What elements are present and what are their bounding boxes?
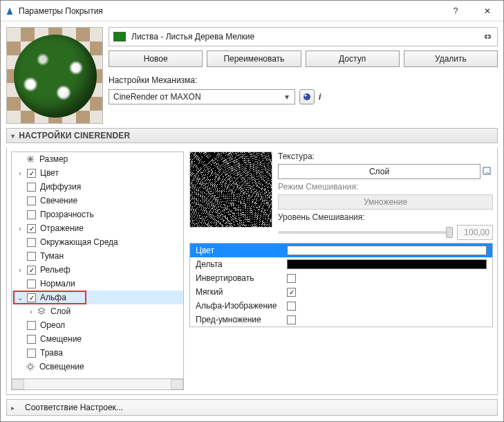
texture-menu-icon[interactable] [482, 166, 493, 177]
channel-checkbox[interactable] [27, 238, 36, 247]
tree-label: Окружающая Среда [40, 237, 118, 247]
section-header[interactable]: ▾ НАСТРОЙКИ CINERENDER [6, 128, 498, 143]
prop-name: Пред-умножение [190, 315, 287, 324]
prop-row-дельта[interactable]: Дельта [190, 257, 492, 271]
chevron-down-icon: ▾ [282, 92, 292, 102]
layers-icon [37, 306, 46, 316]
expand-toggle[interactable]: › [27, 308, 35, 315]
rp-top: Текстура: Слой Режим Смешивания: Умножен… [189, 152, 493, 240]
channel-checkbox[interactable] [27, 321, 36, 330]
material-swatch[interactable] [113, 32, 126, 42]
blend-level-label: Уровень Смешивания: [278, 212, 493, 222]
tree-row-свечение[interactable]: Свечение [12, 194, 183, 208]
tree-row-трава[interactable]: Трава [12, 346, 183, 360]
delete-button[interactable]: Удалить [404, 51, 498, 67]
blend-mode-dropdown: Умножение [278, 194, 493, 210]
close-button[interactable]: ✕ [472, 1, 503, 21]
material-name: Листва - Листья Дерева Мелкие [131, 32, 476, 42]
prop-name: Инвертировать [190, 273, 287, 283]
right-pane: Текстура: Слой Режим Смешивания: Умножен… [189, 152, 493, 390]
link-icon[interactable] [482, 31, 493, 42]
tree-label: Прозрачность [40, 210, 94, 219]
prop-checkbox[interactable] [287, 288, 296, 297]
tree-row-освещение[interactable]: Освещение [12, 360, 183, 374]
footer-bar[interactable]: ▸ Соответствие Настроек... [6, 399, 498, 416]
prop-checkbox[interactable] [287, 302, 296, 311]
blend-level-value[interactable]: 100,00 [457, 225, 493, 240]
channel-checkbox[interactable] [27, 252, 36, 261]
tree-label: Цвет [40, 168, 59, 178]
dialog-window: Параметры Покрытия ? ✕ Листва - Листья Д… [0, 0, 504, 422]
info-icon[interactable]: i [319, 92, 321, 102]
rename-button[interactable]: Переименовать [207, 51, 301, 67]
tree-row-альфа[interactable]: ⌄Альфа [12, 291, 183, 304]
tree-label: Свечение [40, 196, 77, 205]
tree-row-рельеф[interactable]: ›Рельеф [12, 263, 183, 277]
tree-row-отражение[interactable]: ›Отражение [12, 221, 183, 235]
top-right: Листва - Листья Дерева Мелкие Новое Пере… [109, 27, 498, 124]
slider-thumb[interactable] [446, 227, 453, 238]
tree-row-размер[interactable]: Размер [12, 152, 183, 166]
expand-icon: ▸ [11, 404, 21, 412]
tree-row-окружающая-среда[interactable]: Окружающая Среда [12, 235, 183, 249]
prop-row-альфа-изображение[interactable]: Альфа-Изображение [190, 299, 492, 313]
tree-label: Туман [40, 251, 64, 261]
access-button[interactable]: Доступ [306, 51, 400, 67]
tree-row-диффузия[interactable]: Диффузия [12, 180, 183, 194]
prop-checkbox[interactable] [287, 315, 296, 324]
channel-checkbox[interactable] [27, 224, 36, 233]
texture-value: Слой [369, 167, 389, 176]
texture-preview[interactable] [189, 152, 272, 228]
prop-value[interactable] [287, 259, 492, 269]
prop-value[interactable] [287, 302, 492, 311]
prop-value[interactable] [287, 246, 492, 255]
channel-tree[interactable]: Размер›ЦветДиффузияСвечениеПрозрачность›… [11, 152, 184, 379]
channel-checkbox[interactable] [27, 183, 36, 192]
preview-engine-button[interactable] [299, 89, 315, 104]
prop-value[interactable] [287, 288, 492, 297]
channel-checkbox[interactable] [27, 169, 36, 178]
expand-toggle[interactable]: › [16, 266, 24, 274]
color-cell[interactable] [287, 246, 487, 255]
expand-toggle[interactable]: › [16, 169, 24, 177]
prop-row-цвет[interactable]: Цвет [190, 244, 492, 257]
tree-row-туман[interactable]: Туман [12, 249, 183, 263]
color-cell[interactable] [287, 259, 487, 269]
prop-row-мягкий[interactable]: Мягкий [190, 285, 492, 299]
svg-marker-0 [7, 7, 13, 15]
tree-label: Трава [40, 348, 63, 358]
texture-dropdown[interactable]: Слой [278, 164, 480, 179]
channel-checkbox[interactable] [27, 335, 36, 344]
prop-value[interactable] [287, 274, 492, 283]
channel-checkbox[interactable] [27, 349, 36, 358]
channel-checkbox[interactable] [27, 210, 36, 219]
mechanism-combo[interactable]: CineRender от MAXON ▾ [109, 89, 295, 104]
channel-checkbox[interactable] [27, 293, 36, 302]
blend-mode-value: Умножение [364, 197, 407, 207]
tree-row-нормали[interactable]: Нормали [12, 277, 183, 291]
texture-label: Текстура: [278, 152, 493, 161]
prop-checkbox[interactable] [287, 274, 296, 283]
tree-row-цвет[interactable]: ›Цвет [12, 166, 183, 180]
tree-row-слой[interactable]: ›Слой [12, 304, 183, 318]
tree-scrollbar[interactable] [11, 379, 184, 390]
tree-row-смещение[interactable]: Смещение [12, 332, 183, 346]
channel-checkbox[interactable] [27, 196, 36, 205]
tree-label: Отражение [40, 223, 84, 233]
expand-toggle[interactable]: › [16, 225, 24, 232]
tree-row-прозрачность[interactable]: Прозрачность [12, 208, 183, 221]
blend-level-row: 100,00 [278, 225, 493, 240]
material-preview[interactable] [6, 27, 103, 124]
tree-row-ореол[interactable]: Ореол [12, 318, 183, 332]
prop-row-инвертировать[interactable]: Инвертировать [190, 271, 492, 285]
expand-toggle[interactable]: ⌄ [16, 294, 24, 302]
prop-value[interactable] [287, 315, 492, 324]
tree-wrap: Размер›ЦветДиффузияСвечениеПрозрачность›… [11, 152, 184, 390]
sun-icon [26, 362, 35, 371]
help-button[interactable]: ? [440, 1, 472, 21]
blend-level-slider[interactable] [278, 231, 453, 234]
channel-checkbox[interactable] [27, 279, 36, 288]
new-button[interactable]: Новое [109, 51, 203, 67]
prop-row-пред-умножение[interactable]: Пред-умножение [190, 313, 492, 327]
channel-checkbox[interactable] [27, 266, 36, 275]
